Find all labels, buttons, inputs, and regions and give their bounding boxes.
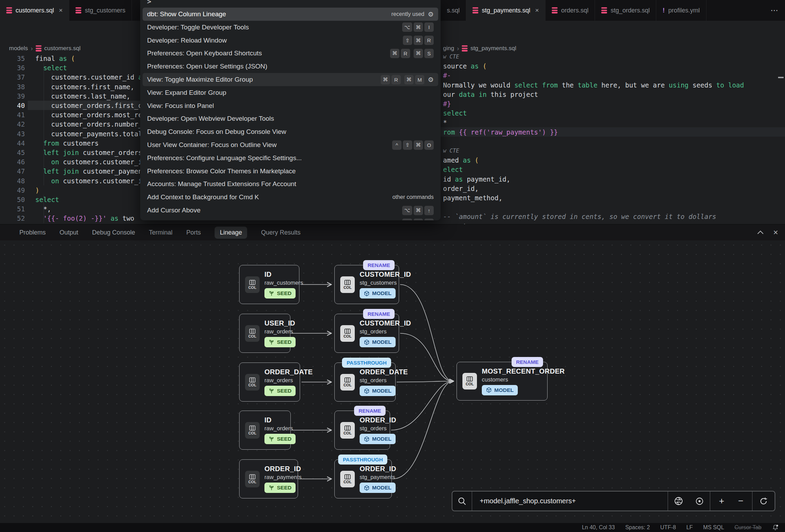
code-line[interactable]: final as ( xyxy=(35,54,140,63)
palette-item[interactable]: View: Expand Editor Group xyxy=(143,86,438,99)
palette-item[interactable]: Debug Console: Focus on Debug Console Vi… xyxy=(143,125,438,138)
panel-collapse-icon[interactable] xyxy=(757,230,764,235)
panel-tab-ports[interactable]: Ports xyxy=(186,229,201,236)
code-line[interactable]: *, xyxy=(35,204,140,214)
palette-item[interactable]: Add Cursor Above⌥⌘↑ xyxy=(143,204,438,217)
close-icon[interactable]: × xyxy=(535,7,539,14)
status-item[interactable]: LF xyxy=(686,524,693,531)
code-line[interactable]: #} xyxy=(443,99,451,109)
panel-tab-lineage[interactable]: Lineage xyxy=(215,227,247,239)
lineage-node-mid[interactable]: RENAMECOLCUSTOMER_IDstg_ordersMODEL xyxy=(334,314,399,353)
code-line[interactable]: #- xyxy=(443,71,451,80)
palette-item[interactable]: dbt: Show Column Lineagerecently used⚙ xyxy=(143,8,438,21)
palette-item[interactable]: Accounts: Manage Trusted Extensions For … xyxy=(143,177,438,191)
lineage-node-source[interactable]: COLORDER_IDraw_paymentsSEED xyxy=(239,459,298,498)
lineage-node-source[interactable]: COLIDraw_ordersSEED xyxy=(239,411,291,450)
panel-tab-output[interactable]: Output xyxy=(60,229,78,236)
code-line[interactable]: id as payment_id, xyxy=(443,174,511,184)
status-item[interactable]: Spaces: 2 xyxy=(625,524,650,531)
code-line[interactable]: ) xyxy=(35,185,140,195)
code-line[interactable]: -- `amount` is currently stored in cents… xyxy=(443,212,716,221)
lineage-node-source[interactable]: COLUSER_IDraw_ordersSEED xyxy=(239,314,290,353)
close-icon[interactable]: × xyxy=(59,7,63,14)
breadcrumb[interactable]: models › customers.sql xyxy=(9,44,81,53)
lineage-node-mid[interactable]: PASSTHROUGHCOLORDER_DATEstg_ordersMODEL xyxy=(334,363,396,402)
code-line[interactable]: customers.last_name, xyxy=(35,91,140,101)
code-line[interactable]: select xyxy=(35,195,140,204)
code-line[interactable]: on customers.customer_id xyxy=(35,176,140,186)
editor-tab[interactable]: stg_orders.sql xyxy=(595,0,656,21)
breadcrumb-file[interactable]: stg_payments.sql xyxy=(470,45,516,52)
code-line[interactable]: customer_orders.number_of xyxy=(35,119,140,129)
code-line[interactable]: on customers.customer_id xyxy=(35,157,140,167)
code-line[interactable]: customer_orders.most_recent xyxy=(35,110,140,120)
more-actions-button[interactable]: ⋯ xyxy=(766,0,782,21)
refresh-button[interactable] xyxy=(752,492,775,511)
zoom-out-button[interactable]: − xyxy=(738,496,743,506)
palette-item[interactable]: Preferences: Open Keyboard Shortcuts⌘R⌘S xyxy=(143,47,438,60)
editor-tab[interactable]: s.sql xyxy=(441,0,466,21)
lineage-node-mid[interactable]: RENAMECOLCUSTOMER_IDstg_customersMODEL xyxy=(334,265,399,304)
aperture-icon[interactable] xyxy=(674,496,683,506)
code-line[interactable]: '{{- foo(2) -}}' as two xyxy=(35,213,140,223)
panel-tab-problems[interactable]: Problems xyxy=(19,229,46,236)
search-icon[interactable] xyxy=(452,492,472,511)
lineage-node-source[interactable]: COLORDER_DATEraw_ordersSEED xyxy=(239,363,300,402)
editor-tab[interactable]: orders.sql xyxy=(545,0,595,21)
status-item[interactable]: Ln 40, Col 33 xyxy=(582,524,615,531)
codelens-label[interactable]: w CTE xyxy=(443,52,459,62)
code-line[interactable]: from customers xyxy=(35,138,140,148)
editor-tab[interactable]: stg_customers xyxy=(69,0,132,21)
palette-item[interactable]: Preferences: Configure Language Specific… xyxy=(143,152,438,165)
palette-item[interactable]: Add Cursor Below⌥⌘↓ xyxy=(143,217,438,220)
editor-tab[interactable]: customers.sql× xyxy=(0,0,69,21)
code-line[interactable]: amed as ( xyxy=(443,155,479,165)
lineage-node-target[interactable]: RENAMECOLMOST_RECENT_ORDERcustomersMODEL xyxy=(457,362,548,401)
code-line[interactable]: customers.first_name, xyxy=(35,82,140,92)
palette-item[interactable]: View: Toggle Maximize Editor Group⌘R⌘M⚙ xyxy=(143,73,438,86)
palette-item[interactable]: Add Context to Background for Cmd Kother… xyxy=(143,191,438,204)
code-line[interactable]: our data in this project xyxy=(443,90,538,99)
palette-input[interactable]: > xyxy=(147,0,151,6)
code-line[interactable]: payment_method, xyxy=(443,193,503,203)
code-line[interactable]: left join customer_payments xyxy=(35,166,140,176)
code-line[interactable]: source as ( xyxy=(443,61,487,71)
status-item-cursor-tab[interactable]: Cursor Tab xyxy=(734,524,761,531)
code-line[interactable]: customer_orders.first_order xyxy=(35,101,140,110)
panel-tab-query-results[interactable]: Query Results xyxy=(261,229,300,236)
code-line[interactable]: * xyxy=(443,118,447,127)
palette-item[interactable]: Developer: Toggle Developer Tools⌥⌘I xyxy=(143,21,438,34)
breadcrumb-folder[interactable]: models xyxy=(9,45,28,52)
lineage-node-mid[interactable]: RENAMECOLORDER_IDstg_ordersMODEL xyxy=(334,411,390,450)
palette-item[interactable]: User View Container: Focus on Outline Vi… xyxy=(143,138,438,152)
palette-item[interactable]: Developer: Reload Window⇧⌘R xyxy=(143,34,438,47)
lineage-canvas[interactable]: COLIDraw_customersSEEDRENAMECOLCUSTOMER_… xyxy=(0,240,785,523)
code-line[interactable]: rom {{ ref('raw_payments') }} xyxy=(443,127,558,137)
palette-item[interactable]: View: Focus into Panel xyxy=(143,99,438,112)
lineage-node-mid[interactable]: PASSTHROUGHCOLORDER_IDstg_paymentsMODEL xyxy=(334,459,392,498)
code-line[interactable]: elect xyxy=(443,165,463,174)
code-line[interactable]: select xyxy=(35,63,140,73)
palette-item[interactable]: Preferences: Browse Color Themes in Mark… xyxy=(143,165,438,178)
code-line[interactable]: select xyxy=(443,108,467,118)
focus-target-icon[interactable] xyxy=(695,497,704,506)
breadcrumb-file[interactable]: customers.sql xyxy=(44,45,81,52)
panel-tab-debug-console[interactable]: Debug Console xyxy=(92,229,135,236)
zoom-in-button[interactable]: + xyxy=(719,496,724,506)
codelens-label[interactable]: w CTE xyxy=(443,146,459,156)
status-item[interactable]: MS SQL xyxy=(703,524,724,531)
code-line[interactable]: left join customer_orders xyxy=(35,148,140,157)
code-line[interactable]: Normally we would select from the table … xyxy=(443,80,744,90)
editor-tab[interactable]: !profiles.yml xyxy=(656,0,706,21)
lineage-query-input[interactable] xyxy=(472,497,668,505)
palette-item[interactable]: Developer: Open Webview Developer Tools xyxy=(143,112,438,125)
lineage-node-source[interactable]: COLIDraw_customersSEED xyxy=(239,265,299,304)
bell-icon[interactable] xyxy=(772,524,779,531)
gear-icon[interactable]: ⚙ xyxy=(428,10,434,18)
gear-icon[interactable]: ⚙ xyxy=(428,76,434,84)
panel-tab-terminal[interactable]: Terminal xyxy=(149,229,172,236)
code-line[interactable]: order_id, xyxy=(443,184,479,193)
status-item[interactable]: UTF-8 xyxy=(660,524,676,531)
panel-close-icon[interactable]: × xyxy=(773,228,778,237)
code-line[interactable]: customer_payments.total_ xyxy=(35,129,140,139)
